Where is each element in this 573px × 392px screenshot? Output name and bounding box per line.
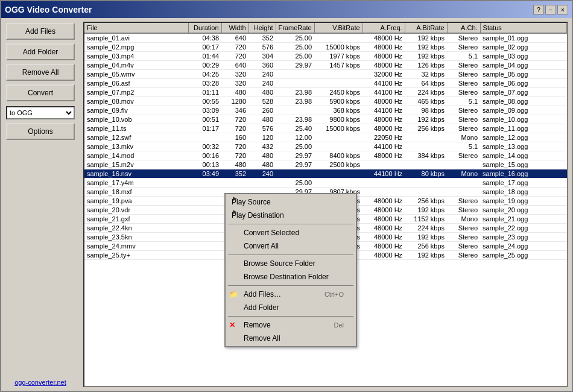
table-row[interactable]: sample_01.avi04:3864035225.0048000 Hz192…: [84, 33, 567, 43]
context-menu-item[interactable]: Browse Source Folder: [226, 257, 356, 270]
format-select[interactable]: to OGG to AVI to MP4 to MKV: [6, 106, 75, 119]
table-row[interactable]: sample_13.mkv00:3272043225.0044100 Hz5.1…: [84, 142, 567, 151]
sidebar: Add Files Add Folder Remove All Convert …: [1, 18, 80, 391]
context-menu-item-label: Convert Selected: [244, 229, 299, 237]
table-row[interactable]: sample_14.mod00:1672048029.978400 kbps48…: [84, 151, 567, 160]
col-header-afreq: A.Freq.: [362, 23, 405, 33]
add-folder-button[interactable]: Add Folder: [6, 43, 75, 60]
options-button[interactable]: Options: [6, 123, 75, 140]
table-header-row: File Duration Width Height FrameRate V.B…: [84, 23, 567, 33]
context-menu-item-label: Play Destination: [232, 211, 284, 220]
folder-icon: 📁: [229, 290, 238, 299]
remove-all-button[interactable]: Remove All: [6, 64, 75, 81]
context-menu-item-label: Convert All: [244, 242, 279, 250]
col-header-duration: Duration: [188, 23, 221, 33]
submenu-arrow-icon: ▶: [233, 209, 237, 215]
context-menu-separator: [228, 224, 353, 224]
context-menu-item-label: Remove: [244, 321, 271, 329]
close-button[interactable]: ×: [557, 5, 568, 14]
format-row: to OGG to AVI to MP4 to MKV: [6, 106, 75, 119]
col-header-framerate: FrameRate: [276, 23, 314, 33]
remove-icon: ✕: [229, 321, 235, 329]
table-row[interactable]: sample_12.swf16012012.0022050 HzMonosamp…: [84, 133, 567, 142]
keyboard-shortcut: Ctrl+O: [324, 291, 344, 298]
main-window: OGG Video Converter ? − × Add Files Add …: [0, 0, 573, 392]
table-row[interactable]: sample_07.mp201:1148048023.982450 kbps44…: [84, 88, 567, 97]
col-header-width: Width: [221, 23, 249, 33]
context-menu-item[interactable]: RemoveDel: [226, 318, 356, 332]
minimize-button[interactable]: −: [545, 5, 556, 14]
add-files-button[interactable]: Add Files: [6, 23, 75, 40]
context-menu: ▶Play Source▶Play DestinationConvert Sel…: [224, 193, 357, 347]
context-menu-item-label: Add Files…: [244, 290, 281, 299]
col-header-vbitrate: V.BitRate: [314, 23, 362, 33]
table-row[interactable]: sample_08.mov00:55128052823.985900 kbps4…: [84, 97, 567, 106]
table-row[interactable]: sample_17.y4m25.00sample_17.ogg: [84, 179, 567, 188]
context-menu-item[interactable]: Play Source: [226, 195, 356, 209]
context-menu-item[interactable]: Browse Destination Folder: [226, 270, 356, 283]
col-header-abitrate: A.BitRate: [405, 23, 447, 33]
table-row[interactable]: sample_16.nsv03:4935224044100 Hz80 kbpsM…: [84, 169, 567, 179]
context-menu-item-label: Browse Source Folder: [244, 259, 315, 268]
table-row[interactable]: sample_10.vob00:5172048023.989800 kbps48…: [84, 115, 567, 124]
col-header-status: Status: [480, 23, 566, 33]
table-row[interactable]: sample_09.flv03:09346260368 kbps44100 Hz…: [84, 106, 567, 115]
context-menu-separator: [228, 254, 353, 255]
table-row[interactable]: sample_02.mpg00:1772057625.0015000 kbps4…: [84, 43, 567, 52]
table-row[interactable]: sample_06.asf03:2832024044100 Hz64 kbpsS…: [84, 79, 567, 88]
col-header-height: Height: [249, 23, 276, 33]
context-menu-item[interactable]: Convert All: [226, 239, 356, 253]
context-menu-separator: [228, 316, 353, 317]
context-menu-item-label: Add Folder: [244, 303, 279, 312]
col-header-ach: A.Ch.: [447, 23, 480, 33]
table-row[interactable]: sample_15.m2v00:1348048029.972500 kbpssa…: [84, 160, 567, 169]
context-menu-item-label: Browse Destination Folder: [244, 273, 329, 281]
table-row[interactable]: sample_03.mp401:4472030425.001977 kbps48…: [84, 52, 567, 61]
context-menu-item[interactable]: Add Files…Ctrl+O: [226, 288, 356, 301]
title-bar: OGG Video Converter ? − ×: [1, 1, 572, 18]
context-menu-item-label: Play Source: [232, 198, 271, 206]
context-menu-item[interactable]: Remove All: [226, 332, 356, 345]
convert-button[interactable]: Convert: [6, 84, 75, 101]
context-menu-item[interactable]: Play Destination: [226, 209, 356, 222]
keyboard-shortcut: Del: [334, 321, 344, 329]
help-button[interactable]: ?: [533, 5, 544, 14]
table-row[interactable]: sample_11.ts01:1772057625.4015000 kbps48…: [84, 124, 567, 133]
table-row[interactable]: sample_05.wmv04:2532024032000 Hz32 kbpsS…: [84, 70, 567, 79]
context-menu-item[interactable]: Convert Selected: [226, 226, 356, 239]
title-bar-controls: ? − ×: [533, 5, 568, 14]
context-menu-item[interactable]: Add Folder: [226, 301, 356, 314]
col-header-file: File: [84, 23, 188, 33]
context-menu-item-label: Remove All: [244, 334, 280, 343]
table-row[interactable]: sample_04.m4v00:2964036029.971457 kbps48…: [84, 61, 567, 70]
submenu-arrow-icon: ▶: [233, 195, 237, 201]
context-menu-separator: [228, 285, 353, 286]
main-area: File Duration Width Height FrameRate V.B…: [80, 18, 572, 391]
window-title: OGG Video Converter: [5, 5, 92, 14]
content-area: Add Files Add Folder Remove All Convert …: [1, 18, 572, 391]
website-link[interactable]: ogg-converter.net: [6, 379, 75, 386]
